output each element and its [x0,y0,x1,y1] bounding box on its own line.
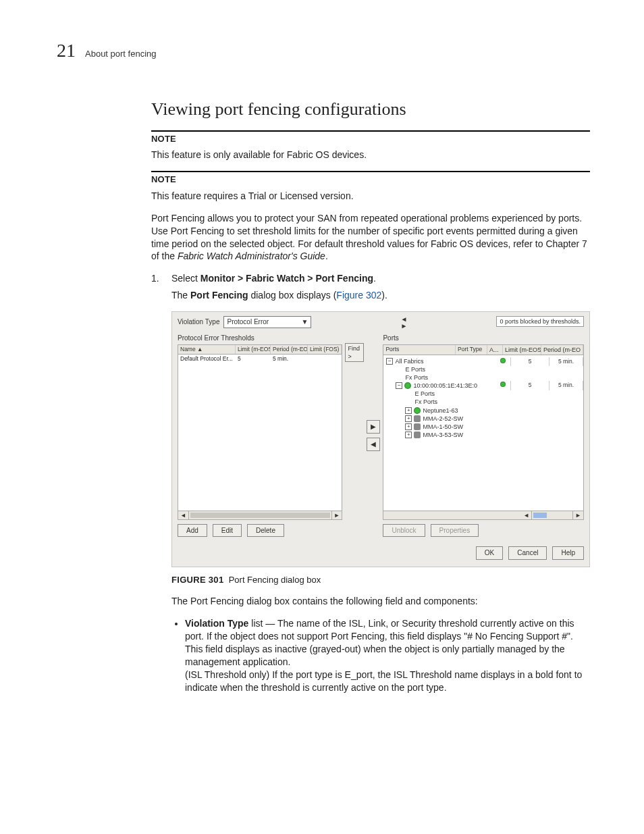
move-right-button[interactable]: ▶ [367,420,380,434]
add-button[interactable]: Add [178,524,207,538]
note-text: This feature requires a Trial or License… [151,190,590,203]
col-limit-meos[interactable]: Limit (m-EOS) [503,345,541,355]
section-title: Viewing port fencing configurations [151,97,590,121]
figure-caption: FIGURE 301 Port Fencing dialog box [171,574,590,586]
note-label: NOTE [151,133,590,145]
breadcrumb: About port fencing [85,48,157,60]
expand-icon[interactable]: + [405,432,412,438]
switch-icon [414,423,421,430]
step-instruction: Select Monitor > Fabric Watch > Port Fen… [171,272,590,285]
status-ok-icon [500,382,506,387]
divider [151,130,590,132]
find-button[interactable]: Find > [345,343,364,362]
thresholds-title: Protocol Error Thresholds [178,334,342,343]
ok-button[interactable]: OK [476,546,503,560]
col-ports[interactable]: Ports [383,345,456,355]
scroll-left-icon[interactable]: ◄ [521,511,532,519]
bullet-list: Violation Type list — The name of the IS… [171,617,590,694]
switch-icon [414,432,421,438]
switch-icon [414,407,421,414]
violation-type-select[interactable]: Protocol Error ▼ [223,316,311,328]
expand-icon[interactable]: + [405,423,412,430]
col-status[interactable]: A... [487,345,503,355]
violation-type-label: Violation Type [178,317,219,327]
scroll-right-icon[interactable]: ► [331,511,342,519]
note-text: This feature is only available for Fabri… [151,149,590,161]
page-header: 21 About port fencing [57,38,590,63]
col-name[interactable]: Name ▲ [178,345,236,354]
status-ok-icon [500,358,506,363]
divider [151,171,590,172]
scroll-right-icon[interactable]: ► [400,322,407,330]
ports-tree-table[interactable]: Ports Port Type A... Limit (m-EOS) Perio… [383,344,584,520]
cancel-button[interactable]: Cancel [508,546,547,560]
scroll-right-icon[interactable]: ► [572,511,583,519]
switch-icon [414,415,421,422]
ports-tree[interactable]: −All Fabrics E Ports Fx Ports −10:00:00:… [383,355,495,511]
help-button[interactable]: Help [552,546,584,560]
properties-button[interactable]: Properties [431,524,479,538]
expand-icon[interactable]: + [405,407,412,414]
scroll-left-icon[interactable]: ◄ [178,511,189,519]
edit-button[interactable]: Edit [213,524,242,538]
collapse-icon[interactable]: − [386,358,393,365]
col-port-type[interactable]: Port Type [456,345,487,355]
col-limit-fos[interactable]: Limit (FOS) [308,345,342,354]
ports-title: Ports [383,334,584,343]
step-1: 1. Select Monitor > Fabric Watch > Port … [151,272,590,699]
intro-paragraph: Port Fencing allows you to protect your … [151,212,590,263]
step-number: 1. [151,272,163,699]
collapse-icon[interactable]: − [396,382,402,389]
page-number: 21 [57,38,76,63]
unblock-button[interactable]: Unblock [383,524,425,538]
step-result: The Port Fencing dialog box displays (Fi… [171,289,590,302]
fabric-icon [404,382,411,389]
col-period-meos[interactable]: Period (m-EOS) [271,345,308,354]
delete-button[interactable]: Delete [247,524,284,538]
figure-link[interactable]: Figure 302 [336,290,381,301]
table-row[interactable]: Default Protocol Er... 5 5 min. [178,355,342,363]
list-item: Violation Type list — The name of the IS… [185,617,590,694]
note-label: NOTE [151,174,590,186]
chevron-down-icon: ▼ [302,317,308,327]
col-limit-meos[interactable]: Limit (m-EOS) [236,345,271,354]
expand-icon[interactable]: + [405,415,412,422]
move-left-button[interactable]: ◀ [367,438,380,451]
port-fencing-dialog: Violation Type Protocol Error ▼ ◄ ► 0 po… [171,311,590,567]
body-text: The Port Fencing dialog box contains the… [171,595,590,608]
col-period-meos[interactable]: Period (m-EO [541,345,583,355]
thresholds-table[interactable]: Name ▲ Limit (m-EOS) Period (m-EOS) Limi… [178,344,342,520]
blocked-ports-status: 0 ports blocked by thresholds. [496,316,584,327]
